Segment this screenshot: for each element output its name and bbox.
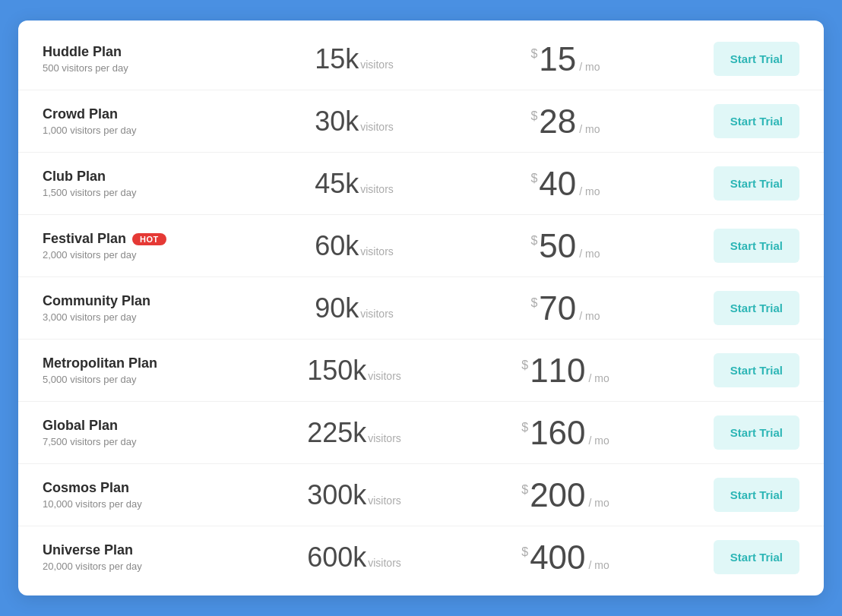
price-period: / mo	[579, 61, 600, 73]
plan-price: $ 200 / mo	[438, 479, 693, 512]
plan-name: Crowd Plan	[43, 106, 271, 122]
price-amount: 15	[539, 43, 576, 76]
plan-row: Crowd Plan 1,000 visitors per day 30kvis…	[18, 90, 824, 153]
plan-info: Club Plan 1,500 visitors per day	[43, 169, 271, 198]
plan-name: Huddle Plan	[43, 44, 271, 60]
plan-visitors: 15kvisitors	[271, 43, 438, 75]
visitors-label: visitors	[360, 245, 394, 257]
plan-price: $ 50 / mo	[438, 229, 693, 263]
plan-row: Community Plan 3,000 visitors per day 90…	[18, 277, 824, 340]
price-currency: $	[521, 545, 528, 559]
plan-action: Start Trial	[693, 42, 799, 76]
plan-subtitle: 20,000 visitors per day	[43, 561, 271, 572]
price-currency: $	[521, 359, 528, 372]
plan-name: Universe Plan	[43, 542, 271, 558]
plan-price: $ 160 / mo	[438, 416, 693, 450]
plan-price: $ 15 / mo	[438, 43, 693, 76]
price-currency: $	[530, 47, 537, 61]
plan-info: Universe Plan 20,000 visitors per day	[43, 542, 271, 572]
price-currency: $	[530, 172, 537, 185]
price-amount: 110	[530, 354, 585, 387]
plan-subtitle: 5,000 visitors per day	[43, 374, 271, 385]
start-trial-button[interactable]: Start Trial	[714, 104, 799, 138]
hot-badge: HOT	[132, 233, 166, 245]
plan-subtitle: 1,000 visitors per day	[43, 125, 271, 136]
price-period: / mo	[579, 185, 600, 197]
price-period: / mo	[589, 372, 609, 384]
plan-price: $ 40 / mo	[438, 167, 693, 201]
plan-info: Global Plan 7,500 visitors per day	[43, 418, 271, 447]
price-amount: 200	[530, 479, 585, 512]
visitors-label: visitors	[360, 308, 394, 320]
visitors-amount: 600k	[307, 542, 366, 573]
price-currency: $	[530, 296, 537, 310]
visitors-label: visitors	[368, 370, 401, 382]
plan-action: Start Trial	[693, 104, 799, 138]
start-trial-button[interactable]: Start Trial	[714, 291, 799, 325]
start-trial-button[interactable]: Start Trial	[714, 415, 799, 450]
plan-row: Global Plan 7,500 visitors per day 225kv…	[18, 402, 824, 464]
visitors-label: visitors	[360, 58, 394, 71]
visitors-label: visitors	[360, 183, 394, 195]
plan-row: Universe Plan 20,000 visitors per day 60…	[18, 526, 824, 588]
plan-visitors: 225kvisitors	[271, 417, 438, 449]
price-amount: 40	[539, 167, 576, 201]
plan-name: Community Plan	[43, 293, 271, 309]
price-amount: 160	[530, 416, 585, 450]
plan-name: Global Plan	[43, 418, 271, 434]
plan-visitors: 90kvisitors	[271, 292, 438, 324]
plan-info: Community Plan 3,000 visitors per day	[43, 293, 271, 323]
plan-action: Start Trial	[693, 415, 799, 450]
start-trial-button[interactable]: Start Trial	[714, 229, 799, 263]
visitors-label: visitors	[368, 557, 401, 569]
plan-name: Metropolitan Plan	[43, 355, 271, 371]
price-currency: $	[521, 421, 528, 434]
price-period: / mo	[589, 434, 609, 447]
plan-price: $ 28 / mo	[438, 105, 693, 138]
price-amount: 70	[539, 292, 576, 325]
visitors-label: visitors	[368, 432, 401, 444]
plan-row: Club Plan 1,500 visitors per day 45kvisi…	[18, 153, 824, 215]
visitors-amount: 300k	[307, 479, 366, 510]
start-trial-button[interactable]: Start Trial	[714, 42, 799, 76]
price-currency: $	[530, 109, 537, 123]
plan-name: Festival PlanHOT	[43, 231, 271, 247]
start-trial-button[interactable]: Start Trial	[714, 166, 799, 201]
price-amount: 400	[530, 541, 585, 574]
start-trial-button[interactable]: Start Trial	[714, 540, 799, 574]
plan-visitors: 150kvisitors	[271, 355, 438, 387]
plan-action: Start Trial	[693, 353, 799, 387]
plan-subtitle: 3,000 visitors per day	[43, 311, 271, 323]
plan-row: Huddle Plan 500 visitors per day 15kvisi…	[18, 28, 824, 90]
plan-subtitle: 10,000 visitors per day	[43, 498, 271, 510]
plan-info: Metropolitan Plan 5,000 visitors per day	[43, 355, 271, 385]
visitors-amount: 225k	[307, 417, 366, 448]
price-currency: $	[530, 234, 537, 248]
plan-row: Festival PlanHOT 2,000 visitors per day …	[18, 215, 824, 277]
start-trial-button[interactable]: Start Trial	[714, 478, 799, 512]
plan-subtitle: 1,500 visitors per day	[43, 187, 271, 198]
price-period: / mo	[589, 559, 609, 571]
plan-visitors: 600kvisitors	[271, 542, 438, 573]
plan-action: Start Trial	[693, 229, 799, 263]
plan-visitors: 300kvisitors	[271, 479, 438, 511]
plan-visitors: 60kvisitors	[271, 230, 438, 262]
plan-info: Huddle Plan 500 visitors per day	[43, 44, 271, 74]
price-period: / mo	[579, 310, 600, 322]
start-trial-button[interactable]: Start Trial	[714, 353, 799, 387]
price-period: / mo	[579, 248, 600, 260]
visitors-amount: 60k	[315, 230, 359, 261]
price-amount: 50	[539, 229, 576, 263]
plan-price: $ 400 / mo	[438, 541, 693, 574]
plan-action: Start Trial	[693, 478, 799, 512]
pricing-card: Huddle Plan 500 visitors per day 15kvisi…	[18, 21, 824, 595]
visitors-amount: 150k	[307, 355, 366, 386]
plan-subtitle: 500 visitors per day	[43, 62, 271, 74]
visitors-label: visitors	[368, 494, 401, 507]
plan-subtitle: 7,500 visitors per day	[43, 436, 271, 447]
plan-visitors: 30kvisitors	[271, 106, 438, 137]
plan-action: Start Trial	[693, 291, 799, 325]
plan-info: Crowd Plan 1,000 visitors per day	[43, 106, 271, 136]
visitors-amount: 45k	[315, 168, 359, 199]
visitors-amount: 90k	[315, 292, 359, 324]
